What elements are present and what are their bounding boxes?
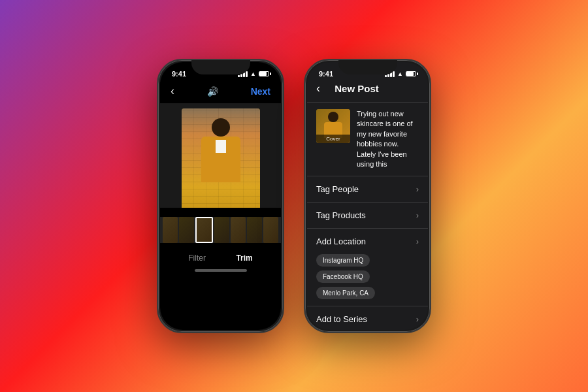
filmstrip-frame	[247, 217, 262, 243]
location-tag-instagram[interactable]: Instagram HQ	[316, 254, 370, 267]
video-black-bottom	[160, 208, 281, 247]
left-phone-screen: 9:41 ▲ ‹ 🔊 Next	[160, 62, 281, 330]
filmstrip-frame	[179, 217, 194, 243]
add-to-series-chevron-icon: ›	[416, 314, 419, 324]
right-signal-bars-icon	[385, 71, 395, 77]
cover-label: Cover	[316, 135, 350, 143]
battery-icon	[259, 71, 269, 76]
wifi-icon: ▲	[250, 71, 256, 77]
filmstrip-frame-selected	[195, 217, 213, 243]
right-status-icons: ▲	[385, 71, 416, 77]
location-tag-menlopark[interactable]: Menlo Park, CA	[316, 287, 375, 299]
filmstrip-frame	[231, 217, 246, 243]
video-controls: Filter Trim	[160, 247, 281, 267]
video-frame	[160, 103, 281, 247]
post-thumbnail: Cover	[316, 109, 350, 143]
left-status-icons: ▲	[238, 71, 269, 77]
tag-products-chevron-icon: ›	[416, 210, 419, 220]
post-nav-title: New Post	[335, 83, 379, 94]
filmstrip	[160, 217, 281, 243]
left-status-time: 9:41	[172, 70, 186, 78]
filmstrip-frame	[263, 217, 278, 243]
filmstrip-frame	[214, 217, 229, 243]
right-wifi-icon: ▲	[397, 71, 403, 77]
right-status-time: 9:41	[319, 70, 333, 78]
tag-people-label: Tag People	[316, 184, 359, 194]
tag-products-row[interactable]: Tag Products ›	[307, 203, 428, 229]
location-tag-facebook[interactable]: Facebook HQ	[316, 270, 370, 283]
signal-bars-icon	[238, 71, 248, 77]
filter-button[interactable]: Filter	[188, 253, 206, 263]
sound-icon[interactable]: 🔊	[207, 86, 218, 97]
right-status-bar: 9:41 ▲	[307, 62, 428, 82]
tag-products-label: Tag Products	[316, 210, 366, 220]
right-phone-screen: 9:41 ▲ ‹ New Post	[307, 62, 428, 330]
left-phone: 9:41 ▲ ‹ 🔊 Next	[157, 59, 284, 333]
filmstrip-frame	[163, 217, 178, 243]
next-button[interactable]: Next	[251, 86, 270, 97]
right-battery-icon	[406, 71, 416, 76]
trim-button[interactable]: Trim	[236, 253, 252, 263]
home-bar	[195, 269, 247, 272]
left-status-bar: 9:41 ▲	[160, 62, 281, 82]
back-button[interactable]: ‹	[171, 84, 174, 98]
add-to-series-label: Add to Series	[316, 314, 367, 324]
add-location-row[interactable]: Add Location ›	[307, 229, 428, 250]
add-location-chevron-icon: ›	[416, 237, 419, 246]
location-tags-container: Instagram HQ Facebook HQ Menlo Park, CA	[307, 250, 428, 306]
home-indicator	[160, 267, 281, 276]
video-nav: ‹ 🔊 Next	[160, 82, 281, 103]
post-back-button[interactable]: ‹	[316, 82, 320, 95]
tag-people-row[interactable]: Tag People ›	[307, 176, 428, 203]
post-preview: Cover Trying out new skincare is one of …	[307, 103, 428, 176]
post-nav: ‹ New Post Share	[307, 82, 428, 102]
phones-container: 9:41 ▲ ‹ 🔊 Next	[0, 0, 588, 392]
right-phone: 9:41 ▲ ‹ New Post	[304, 59, 431, 333]
add-to-series-row[interactable]: Add to Series ›	[307, 306, 428, 330]
add-location-label: Add Location	[316, 237, 366, 246]
post-caption[interactable]: Trying out new skincare is one of my new…	[357, 109, 419, 169]
tag-people-chevron-icon: ›	[416, 184, 419, 194]
